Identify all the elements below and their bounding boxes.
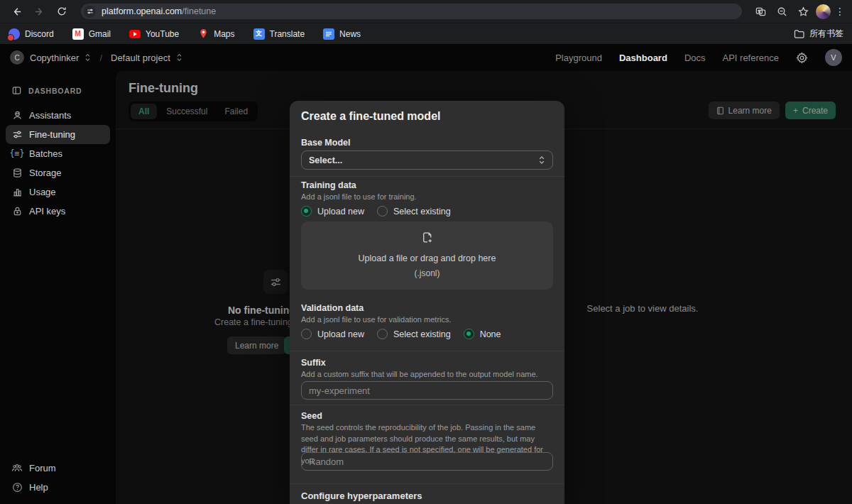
book-icon [716, 106, 724, 115]
forum-icon [11, 463, 23, 473]
bookmark-maps[interactable]: Maps [197, 28, 234, 40]
bookmark-label: Translate [270, 29, 305, 39]
folder-icon [794, 29, 804, 38]
bookmark-star-icon[interactable] [794, 3, 812, 20]
validation-data-radio-group: Upload new Select existing None [301, 328, 501, 340]
file-upload-icon [420, 231, 434, 244]
sidebar-item-api-keys[interactable]: API keys [6, 202, 110, 221]
translate-page-icon[interactable] [752, 3, 769, 20]
openai-platform-page: C Copythinker / Default project Playgrou… [0, 44, 852, 504]
bookmark-label: News [339, 29, 361, 39]
bookmark-youtube[interactable]: YouTube [129, 29, 179, 39]
bookmark-label: YouTube [146, 29, 179, 39]
zoom-out-icon[interactable] [773, 3, 790, 20]
bookmark-label: Maps [214, 29, 234, 39]
nav-link-dashboard[interactable]: Dashboard [619, 53, 667, 63]
user-avatar[interactable]: V [825, 49, 842, 66]
bookmark-gmail[interactable]: M Gmail [72, 28, 111, 40]
bookmark-news[interactable]: News [323, 28, 361, 40]
sidebar: DASHBOARD Assistants Fine-tuning {≡} Bat… [0, 71, 116, 504]
help-icon [11, 482, 23, 493]
radio-selected-icon [301, 206, 312, 217]
base-model-label: Base Model [301, 138, 350, 148]
bookmark-label: Discord [25, 29, 54, 39]
sidebar-item-forum[interactable]: Forum [6, 459, 110, 478]
all-bookmarks-button[interactable]: 所有书签 [794, 28, 843, 40]
reload-icon[interactable] [53, 2, 71, 21]
storage-icon [11, 168, 23, 178]
fine-tuning-empty-icon [263, 270, 288, 294]
tab-successful[interactable]: Successful [158, 104, 215, 119]
radio-icon [377, 206, 388, 217]
tab-failed[interactable]: Failed [217, 104, 256, 119]
dashboard-panel-icon [11, 85, 22, 96]
modal-title: Create a fine-tuned model [301, 110, 440, 123]
sidebar-header-dashboard: DASHBOARD [6, 81, 110, 100]
chevron-updown-icon[interactable] [176, 53, 182, 62]
hyperparameters-label: Configure hyperparameters [301, 491, 422, 501]
settings-gear-icon[interactable] [796, 52, 808, 64]
suffix-label: Suffix [301, 358, 326, 368]
bookmarks-bar: Discord M Gmail YouTube Maps 文 Translate… [0, 23, 852, 44]
bookmark-label: Gmail [89, 29, 111, 39]
select-chevron-updown-icon [538, 155, 545, 165]
learn-more-button[interactable]: Learn more [709, 102, 780, 119]
sidebar-item-storage[interactable]: Storage [6, 163, 110, 182]
radio-select-existing[interactable]: Select existing [377, 329, 451, 339]
sidebar-item-fine-tuning[interactable]: Fine-tuning [6, 125, 110, 144]
sidebar-item-batches[interactable]: {≡} Batches [6, 144, 110, 163]
usage-icon [11, 187, 23, 197]
gmail-favicon: M [72, 28, 84, 40]
dropzone-text: Upload a file or drag and drop here [301, 253, 553, 263]
radio-upload-new[interactable]: Upload new [301, 329, 364, 339]
url-path: /finetune [182, 6, 216, 16]
jobs-filter-tabs: All Successful Failed [129, 102, 258, 121]
radio-select-existing[interactable]: Select existing [377, 206, 451, 217]
org-avatar: C [10, 50, 24, 65]
forward-icon[interactable] [30, 2, 48, 21]
batches-icon: {≡} [11, 150, 23, 158]
training-data-hint: Add a jsonl file to use for training. [301, 192, 553, 203]
org-selector[interactable]: Copythinker [30, 53, 79, 63]
radio-upload-new[interactable]: Upload new [301, 206, 364, 217]
suffix-hint: Add a custom suffix that will be appende… [301, 369, 553, 380]
youtube-favicon [129, 30, 141, 38]
api-keys-lock-icon [11, 206, 23, 217]
browser-profile-avatar[interactable] [816, 4, 831, 19]
back-icon[interactable] [7, 2, 26, 21]
base-model-select[interactable]: Select... [301, 150, 553, 170]
url-text: platform.openai.com/finetune [102, 6, 216, 16]
validation-data-label: Validation data [301, 303, 364, 313]
nav-link-docs[interactable]: Docs [684, 53, 706, 63]
page-title: Fine-tuning [129, 81, 198, 96]
chevron-updown-icon[interactable] [84, 53, 91, 62]
nav-link-api-reference[interactable]: API reference [723, 53, 780, 63]
empty-learn-more-button[interactable]: Learn more [227, 336, 286, 354]
suffix-input[interactable] [301, 381, 553, 400]
validation-data-hint: Add a jsonl file to use for validation m… [301, 314, 553, 326]
radio-none[interactable]: None [464, 329, 501, 339]
nav-link-playground[interactable]: Playground [555, 53, 602, 63]
translate-favicon: 文 [253, 28, 265, 40]
site-settings-icon[interactable] [84, 6, 96, 18]
file-dropzone[interactable]: Upload a file or drag and drop here (.js… [301, 221, 553, 290]
radio-icon [301, 329, 312, 339]
seed-label: Seed [301, 411, 322, 421]
training-data-label: Training data [301, 180, 356, 190]
top-nav: C Copythinker / Default project Playgrou… [0, 44, 852, 71]
seed-input[interactable] [301, 452, 553, 471]
browser-menu-icon[interactable]: ⋮ [835, 6, 845, 17]
fine-tuning-icon [11, 129, 23, 140]
project-selector[interactable]: Default project [111, 53, 170, 63]
create-button[interactable]: + Create [785, 102, 836, 119]
url-bar[interactable]: platform.openai.com/finetune [81, 4, 742, 19]
sidebar-item-assistants[interactable]: Assistants [6, 106, 110, 125]
plus-icon: + [793, 106, 798, 116]
sidebar-item-usage[interactable]: Usage [6, 182, 110, 202]
bookmark-translate[interactable]: 文 Translate [253, 28, 305, 40]
sidebar-item-help[interactable]: Help [6, 478, 110, 497]
all-bookmarks-label: 所有书签 [809, 28, 843, 40]
tab-all[interactable]: All [131, 104, 157, 119]
bookmark-discord[interactable]: Discord [9, 28, 54, 40]
screen: platform.openai.com/finetune ⋮ Discord M… [0, 0, 852, 504]
